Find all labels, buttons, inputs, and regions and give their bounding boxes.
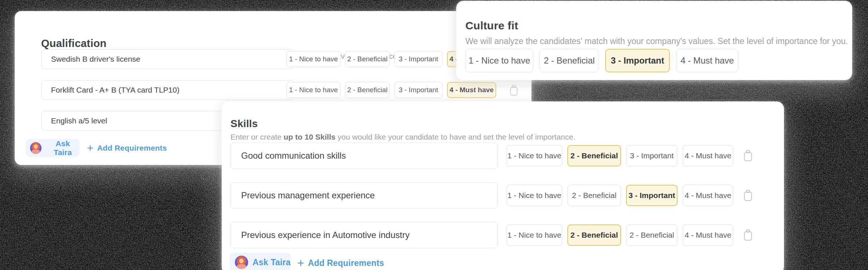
culture-fit-card: Culture fit We will analyze the candidat… xyxy=(456,1,852,80)
trash-icon xyxy=(743,150,753,162)
level-button-important[interactable]: 3 - Important xyxy=(626,185,678,206)
level-button-nice-to-have[interactable]: 1 - Nice to have xyxy=(286,82,341,98)
ask-taira-label: Ask Taira xyxy=(253,258,291,267)
ask-taira-button[interactable]: Ask Taira xyxy=(26,139,80,157)
level-button-nice-to-have[interactable]: 1 - Nice to have xyxy=(506,185,562,206)
ask-taira-button[interactable]: Ask Taira xyxy=(230,253,291,270)
taira-avatar xyxy=(235,256,248,269)
add-requirements-button[interactable]: + Add Requirements xyxy=(297,257,384,269)
taira-avatar xyxy=(30,142,41,154)
level-button-important[interactable]: 3 - Important xyxy=(394,82,443,98)
qualification-title: Qualification xyxy=(41,37,106,50)
plus-icon: + xyxy=(297,257,304,269)
ask-taira-label: Ask Taira xyxy=(46,139,80,157)
delete-requirement-button[interactable] xyxy=(508,84,520,97)
level-button-must-have[interactable]: 4 - Must have xyxy=(676,49,738,72)
culture-fit-description: We will analyze the candidates' match wi… xyxy=(465,36,848,46)
delete-skill-button[interactable] xyxy=(742,149,754,162)
trash-icon xyxy=(743,229,753,241)
add-requirements-button[interactable]: + Add Requirements xyxy=(87,143,167,154)
level-button-beneficial[interactable]: 2 - Beneficial xyxy=(540,49,599,72)
level-button-beneficial[interactable]: 2 - Beneficial xyxy=(345,82,390,98)
culture-fit-title: Culture fit xyxy=(465,19,518,32)
skills-title: Skills xyxy=(230,118,258,130)
level-button-beneficial[interactable]: 2 - Beneficial xyxy=(626,224,678,246)
level-button-beneficial[interactable]: 2 - Beneficial xyxy=(567,224,621,246)
plus-icon: + xyxy=(87,143,94,154)
level-button-nice-to-have[interactable]: 1 - Nice to have xyxy=(465,49,533,72)
level-button-important[interactable]: 3 - Important xyxy=(605,49,670,72)
level-button-beneficial[interactable]: 2 - Beneficial xyxy=(567,185,621,206)
trash-icon xyxy=(743,190,753,201)
add-requirements-label: Add Requirements xyxy=(308,258,384,268)
level-button-must-have[interactable]: 4 - Must have xyxy=(683,185,733,206)
level-button-beneficial[interactable]: 2 - Beneficial xyxy=(567,145,621,166)
delete-skill-button[interactable] xyxy=(742,189,754,202)
skills-description: Enter or create up to 10 Skills you woul… xyxy=(230,133,575,141)
skill-input[interactable] xyxy=(230,182,498,209)
level-button-must-have[interactable]: 4 - Must have xyxy=(683,224,733,246)
skill-input[interactable] xyxy=(230,222,498,248)
skills-card: Skills Enter or create up to 10 Skills y… xyxy=(222,101,784,270)
skill-input[interactable] xyxy=(230,143,498,169)
trash-icon xyxy=(509,85,519,96)
level-button-must-have[interactable]: 4 - Must have xyxy=(683,145,733,166)
level-button-beneficial[interactable]: 2 - Beneficial xyxy=(345,51,390,67)
level-button-nice-to-have[interactable]: 1 - Nice to have xyxy=(506,145,562,166)
qualification-input[interactable] xyxy=(41,80,295,100)
level-button-nice-to-have[interactable]: 1 - Nice to have xyxy=(506,224,562,246)
delete-skill-button[interactable] xyxy=(742,228,754,242)
level-button-important[interactable]: 3 - Important xyxy=(394,51,443,67)
level-button-nice-to-have[interactable]: 1 - Nice to have xyxy=(286,51,341,67)
add-requirements-label: Add Requirements xyxy=(97,144,167,152)
level-button-must-have[interactable]: 4 - Must have xyxy=(447,82,496,98)
level-button-important[interactable]: 3 - Important xyxy=(626,145,678,166)
qualification-input[interactable] xyxy=(41,49,295,69)
